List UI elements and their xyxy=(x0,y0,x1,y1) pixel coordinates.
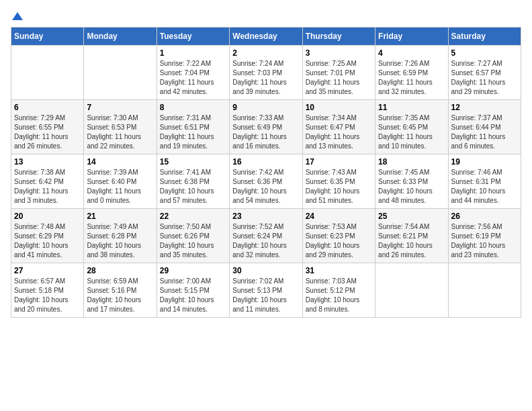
day-info: Sunrise: 7:25 AMSunset: 7:01 PMDaylight:… xyxy=(306,59,372,97)
calendar-cell: 29Sunrise: 7:00 AMSunset: 5:15 PMDayligh… xyxy=(157,263,229,318)
calendar-body: 1Sunrise: 7:22 AMSunset: 7:04 PMDaylight… xyxy=(11,46,521,318)
calendar-cell: 24Sunrise: 7:53 AMSunset: 6:23 PMDayligh… xyxy=(302,209,375,263)
day-info: Sunrise: 7:30 AMSunset: 6:53 PMDaylight:… xyxy=(87,113,153,151)
svg-marker-0 xyxy=(12,12,23,20)
calendar-cell: 25Sunrise: 7:54 AMSunset: 6:21 PMDayligh… xyxy=(375,209,448,263)
day-number: 31 xyxy=(306,266,372,275)
day-info: Sunrise: 7:50 AMSunset: 6:26 PMDaylight:… xyxy=(160,222,226,260)
day-number: 19 xyxy=(451,157,518,167)
calendar-cell: 21Sunrise: 7:49 AMSunset: 6:28 PMDayligh… xyxy=(84,209,157,263)
calendar-cell: 22Sunrise: 7:50 AMSunset: 6:26 PMDayligh… xyxy=(157,209,229,263)
day-info: Sunrise: 7:42 AMSunset: 6:36 PMDaylight:… xyxy=(232,168,299,205)
day-info: Sunrise: 7:29 AMSunset: 6:55 PMDaylight:… xyxy=(14,113,81,151)
calendar-cell: 14Sunrise: 7:39 AMSunset: 6:40 PMDayligh… xyxy=(84,154,157,209)
header-row: SundayMondayTuesdayWednesdayThursdayFrid… xyxy=(11,28,521,46)
calendar-cell xyxy=(84,46,157,100)
calendar-cell: 4Sunrise: 7:26 AMSunset: 6:59 PMDaylight… xyxy=(375,46,448,100)
day-number: 8 xyxy=(160,103,226,112)
day-number: 25 xyxy=(378,212,445,221)
day-info: Sunrise: 6:57 AMSunset: 5:18 PMDaylight:… xyxy=(14,277,81,314)
calendar-cell: 27Sunrise: 6:57 AMSunset: 5:18 PMDayligh… xyxy=(11,263,84,318)
day-number: 17 xyxy=(306,157,372,167)
page-header xyxy=(11,11,521,19)
calendar-cell: 5Sunrise: 7:27 AMSunset: 6:57 PMDaylight… xyxy=(448,46,521,100)
header-day-friday: Friday xyxy=(375,28,448,46)
day-number: 10 xyxy=(306,103,372,112)
calendar-cell: 19Sunrise: 7:46 AMSunset: 6:31 PMDayligh… xyxy=(448,154,521,209)
day-number: 24 xyxy=(306,212,372,221)
header-day-thursday: Thursday xyxy=(302,28,375,46)
calendar-table: SundayMondayTuesdayWednesdayThursdayFrid… xyxy=(11,27,521,318)
day-number: 3 xyxy=(306,48,372,58)
day-info: Sunrise: 7:03 AMSunset: 5:12 PMDaylight:… xyxy=(306,277,372,314)
calendar-cell xyxy=(11,46,84,100)
calendar-cell: 18Sunrise: 7:45 AMSunset: 6:33 PMDayligh… xyxy=(375,154,448,209)
day-info: Sunrise: 7:35 AMSunset: 6:45 PMDaylight:… xyxy=(378,113,445,151)
day-info: Sunrise: 7:43 AMSunset: 6:35 PMDaylight:… xyxy=(306,168,372,205)
calendar-cell: 9Sunrise: 7:33 AMSunset: 6:49 PMDaylight… xyxy=(230,100,302,154)
header-day-wednesday: Wednesday xyxy=(230,28,302,46)
day-number: 20 xyxy=(14,212,81,221)
calendar-cell: 15Sunrise: 7:41 AMSunset: 6:38 PMDayligh… xyxy=(157,154,229,209)
day-number: 13 xyxy=(14,157,81,167)
day-number: 23 xyxy=(232,212,299,221)
day-number: 14 xyxy=(87,157,153,167)
day-info: Sunrise: 7:56 AMSunset: 6:19 PMDaylight:… xyxy=(451,222,518,260)
calendar-cell xyxy=(375,263,448,318)
day-number: 2 xyxy=(232,48,299,58)
day-number: 4 xyxy=(378,48,445,58)
logo-icon xyxy=(12,11,23,21)
calendar-cell: 13Sunrise: 7:38 AMSunset: 6:42 PMDayligh… xyxy=(11,154,84,209)
day-number: 16 xyxy=(232,157,299,167)
day-number: 9 xyxy=(232,103,299,112)
header-day-sunday: Sunday xyxy=(11,28,84,46)
day-number: 11 xyxy=(378,103,445,112)
week-row-1: 1Sunrise: 7:22 AMSunset: 7:04 PMDaylight… xyxy=(11,46,521,100)
day-number: 1 xyxy=(160,48,226,58)
day-info: Sunrise: 6:59 AMSunset: 5:16 PMDaylight:… xyxy=(87,277,153,314)
day-number: 30 xyxy=(232,266,299,275)
day-info: Sunrise: 7:46 AMSunset: 6:31 PMDaylight:… xyxy=(451,168,518,205)
day-info: Sunrise: 7:54 AMSunset: 6:21 PMDaylight:… xyxy=(378,222,445,260)
calendar-cell: 26Sunrise: 7:56 AMSunset: 6:19 PMDayligh… xyxy=(448,209,521,263)
logo xyxy=(11,11,23,19)
day-number: 5 xyxy=(451,48,518,58)
calendar-cell: 31Sunrise: 7:03 AMSunset: 5:12 PMDayligh… xyxy=(302,263,375,318)
day-number: 18 xyxy=(378,157,445,167)
calendar-cell: 6Sunrise: 7:29 AMSunset: 6:55 PMDaylight… xyxy=(11,100,84,154)
day-number: 21 xyxy=(87,212,153,221)
calendar-cell: 23Sunrise: 7:52 AMSunset: 6:24 PMDayligh… xyxy=(230,209,302,263)
day-info: Sunrise: 7:45 AMSunset: 6:33 PMDaylight:… xyxy=(378,168,445,205)
day-number: 15 xyxy=(160,157,226,167)
header-day-tuesday: Tuesday xyxy=(157,28,229,46)
calendar-cell: 20Sunrise: 7:48 AMSunset: 6:29 PMDayligh… xyxy=(11,209,84,263)
calendar-cell: 28Sunrise: 6:59 AMSunset: 5:16 PMDayligh… xyxy=(84,263,157,318)
calendar-cell: 17Sunrise: 7:43 AMSunset: 6:35 PMDayligh… xyxy=(302,154,375,209)
calendar-cell xyxy=(448,263,521,318)
day-info: Sunrise: 7:39 AMSunset: 6:40 PMDaylight:… xyxy=(87,168,153,205)
calendar-cell: 8Sunrise: 7:31 AMSunset: 6:51 PMDaylight… xyxy=(157,100,229,154)
calendar-cell: 11Sunrise: 7:35 AMSunset: 6:45 PMDayligh… xyxy=(375,100,448,154)
header-day-monday: Monday xyxy=(84,28,157,46)
day-info: Sunrise: 7:34 AMSunset: 6:47 PMDaylight:… xyxy=(306,113,372,151)
week-row-3: 13Sunrise: 7:38 AMSunset: 6:42 PMDayligh… xyxy=(11,154,521,209)
day-number: 22 xyxy=(160,212,226,221)
calendar-cell: 16Sunrise: 7:42 AMSunset: 6:36 PMDayligh… xyxy=(230,154,302,209)
day-info: Sunrise: 7:00 AMSunset: 5:15 PMDaylight:… xyxy=(160,277,226,314)
day-info: Sunrise: 7:02 AMSunset: 5:13 PMDaylight:… xyxy=(232,277,299,314)
day-number: 6 xyxy=(14,103,81,112)
day-number: 12 xyxy=(451,103,518,112)
calendar-header: SundayMondayTuesdayWednesdayThursdayFrid… xyxy=(11,28,521,46)
day-info: Sunrise: 7:31 AMSunset: 6:51 PMDaylight:… xyxy=(160,113,226,151)
header-day-saturday: Saturday xyxy=(448,28,521,46)
calendar-cell: 3Sunrise: 7:25 AMSunset: 7:01 PMDaylight… xyxy=(302,46,375,100)
day-info: Sunrise: 7:41 AMSunset: 6:38 PMDaylight:… xyxy=(160,168,226,205)
day-number: 27 xyxy=(14,266,81,275)
day-info: Sunrise: 7:27 AMSunset: 6:57 PMDaylight:… xyxy=(451,59,518,97)
week-row-2: 6Sunrise: 7:29 AMSunset: 6:55 PMDaylight… xyxy=(11,100,521,154)
day-info: Sunrise: 7:48 AMSunset: 6:29 PMDaylight:… xyxy=(14,222,81,260)
day-number: 26 xyxy=(451,212,518,221)
calendar-cell: 2Sunrise: 7:24 AMSunset: 7:03 PMDaylight… xyxy=(230,46,302,100)
day-info: Sunrise: 7:22 AMSunset: 7:04 PMDaylight:… xyxy=(160,59,226,97)
day-info: Sunrise: 7:49 AMSunset: 6:28 PMDaylight:… xyxy=(87,222,153,260)
